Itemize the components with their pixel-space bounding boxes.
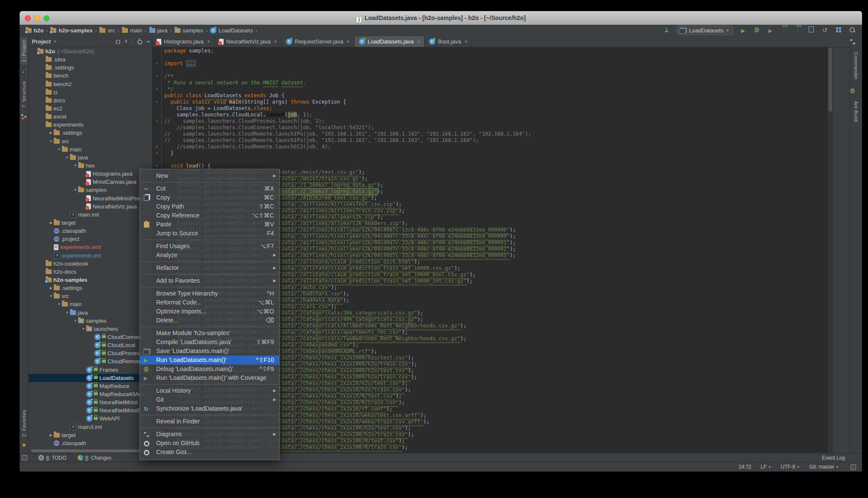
- tree-item-settings[interactable]: ▶.settings: [29, 284, 152, 292]
- menu-item-copy[interactable]: Copy⌘C: [140, 193, 279, 202]
- tree-item-java[interactable]: ▼java: [29, 153, 152, 162]
- tree-item-ec2[interactable]: ec2: [29, 104, 152, 113]
- tree-item-idea[interactable]: .idea: [29, 55, 152, 64]
- gear-icon[interactable]: [137, 39, 142, 44]
- tab-loaddatasets-java[interactable]: CLoadDatasets.java×: [355, 36, 425, 47]
- tree-item-settings[interactable]: .settings: [29, 64, 152, 72]
- menu-item-optimize-imports[interactable]: Optimize Imports...⌥⌘O: [140, 307, 279, 316]
- tree-item-settings[interactable]: ▶.settings: [29, 129, 152, 137]
- tree-item-bench2[interactable]: bench2: [29, 80, 152, 88]
- tree-item-project[interactable]: .project: [29, 235, 152, 243]
- tree-item-samples[interactable]: ▼samples: [29, 186, 152, 194]
- breadcrumb-item-samples[interactable]: samples: [175, 27, 203, 34]
- close-icon[interactable]: ×: [274, 39, 277, 45]
- tree-item-experiments-iml[interactable]: JIexperiments.iml: [29, 252, 152, 260]
- tab-neuralnetviz-java[interactable]: NeuralNetViz.java×: [215, 36, 282, 47]
- run-with-coverage-button[interactable]: ▶: [766, 26, 774, 35]
- tree-item-h2o-docs[interactable]: h2o-docs: [29, 268, 152, 276]
- tool-button-ant-build[interactable]: Ant Build: [853, 98, 859, 124]
- tree-item-bench[interactable]: bench: [29, 72, 152, 80]
- locate-icon[interactable]: [115, 39, 120, 44]
- tree-item-hex[interactable]: ▼hex: [29, 162, 152, 170]
- expanded-arrow-icon[interactable]: ▼: [73, 319, 78, 323]
- tree-item-loaddatasets[interactable]: CLoadDatasets: [29, 374, 152, 382]
- tree-item-neuralnetviz-java[interactable]: NeuralNetViz.java: [29, 203, 152, 211]
- tree-item-histograms-java[interactable]: Histograms.java: [29, 170, 152, 178]
- expanded-arrow-icon[interactable]: ▼: [81, 327, 86, 331]
- debug-button[interactable]: [753, 26, 760, 34]
- tree-item-cloudlocal[interactable]: CCloudLocal: [29, 341, 152, 349]
- tree-item-neuralnetmnistpretr[interactable]: NeuralNetMnistPretr: [29, 194, 152, 203]
- changes-tool-button[interactable]: 9: Changes: [78, 455, 111, 461]
- expanded-arrow-icon[interactable]: ▼: [64, 311, 70, 315]
- tree-item-experiments[interactable]: experiments: [29, 121, 152, 129]
- tree-item-neuralnetmnist[interactable]: CNeuralNetMnist: [29, 398, 152, 406]
- vcs-branch-selector[interactable]: Git: master▼: [809, 464, 839, 470]
- todo-tool-button[interactable]: 6: TODO: [38, 455, 67, 461]
- tree-item-h2o-cookbook[interactable]: h2o-cookbook: [29, 260, 152, 268]
- tab-requestserver-java[interactable]: CRequestServer.java×: [282, 36, 354, 47]
- collapsed-arrow-icon[interactable]: ▶: [48, 286, 54, 290]
- breadcrumb-item-java[interactable]: java: [149, 27, 168, 34]
- menu-item-browse-type-hierarchy[interactable]: Browse Type Hierarchy^H: [140, 289, 279, 298]
- breadcrumb-item-main[interactable]: main: [122, 27, 142, 34]
- menu-item-save-loaddatasets-main[interactable]: Save 'LoadDatasets.main()': [140, 347, 279, 356]
- hide-panel-icon[interactable]: ⇥: [146, 39, 149, 44]
- tree-item-classpath[interactable]: .classpath: [29, 227, 152, 235]
- menu-item-run-loaddatasets-main[interactable]: ▶Run 'LoadDatasets.main()'^⇧F10: [140, 356, 279, 365]
- collapse-all-icon[interactable]: ⇞: [124, 39, 128, 44]
- menu-item-open-on-github[interactable]: Open on GitHub: [140, 439, 279, 448]
- line-ending-selector[interactable]: LF▼: [761, 464, 772, 470]
- tree-item-webapi[interactable]: CWebAPI: [29, 414, 152, 423]
- menu-item-jump-to-source[interactable]: Jump to SourceF4: [140, 229, 279, 238]
- project-view-selector[interactable]: Project ▼: [29, 38, 57, 45]
- expanded-arrow-icon[interactable]: ▼: [56, 148, 62, 151]
- expanded-arrow-icon[interactable]: ▼: [64, 156, 70, 159]
- expanded-arrow-icon[interactable]: ▼: [48, 294, 54, 298]
- breadcrumb-item-h2o[interactable]: h2o: [26, 27, 44, 34]
- editor-vertical-scrollbar[interactable]: [827, 47, 833, 453]
- tool-button-1-project[interactable]: 1: Project: [20, 38, 27, 64]
- toolwindow-toggle-icon[interactable]: [22, 455, 27, 460]
- menu-item-local-history[interactable]: Local History▶: [140, 386, 279, 395]
- project-structure-button[interactable]: [835, 26, 842, 34]
- tab-boot-java[interactable]: CBoot.java×: [425, 36, 472, 47]
- expanded-arrow-icon[interactable]: ▼: [56, 302, 62, 306]
- menu-item-refactor[interactable]: Refactor▶: [140, 263, 279, 272]
- run-button[interactable]: ▶: [739, 26, 747, 35]
- tree-item-mapreduce[interactable]: CMapReduce: [29, 382, 152, 390]
- breadcrumb-item-h2o-samples[interactable]: h2o-samples: [50, 27, 92, 34]
- tree-item-frames[interactable]: CFrames: [29, 365, 152, 374]
- tool-button-7-structure[interactable]: 7: Structure: [20, 78, 27, 110]
- encoding-selector[interactable]: UTF-8▼: [781, 464, 800, 470]
- menu-item-run-loaddatasets-main-with-coverage[interactable]: ▶Run 'LoadDatasets.main()' with Coverage: [140, 374, 279, 382]
- memory-indicator-icon[interactable]: [851, 464, 856, 470]
- tree-item-h2o[interactable]: h2o (~/Source/h2o): [29, 47, 152, 55]
- tree-item-main[interactable]: ▼main: [29, 300, 152, 308]
- menu-item-reformat-code[interactable]: Reformat Code...⌥⌘L: [140, 298, 279, 307]
- menu-item-diagrams[interactable]: Diagrams▶: [140, 430, 279, 439]
- menu-item-add-to-favorites[interactable]: Add to Favorites▶: [140, 276, 279, 285]
- close-icon[interactable]: ×: [347, 39, 350, 45]
- expanded-arrow-icon[interactable]: ▼: [48, 139, 54, 143]
- close-icon[interactable]: ×: [464, 39, 467, 45]
- tree-item-src[interactable]: ▼src: [29, 292, 152, 300]
- tree-item-target[interactable]: ▶target: [29, 219, 152, 227]
- tree-item-neuralnetmnistd[interactable]: CNeuralNetMnistD: [29, 406, 152, 414]
- local-history-button[interactable]: [807, 26, 815, 34]
- tree-item-launchers[interactable]: ▼launchers: [29, 325, 152, 333]
- close-icon[interactable]: ×: [207, 39, 210, 45]
- vcs-commit-button[interactable]: VCS↑: [794, 26, 801, 34]
- undo-button[interactable]: ↺: [821, 26, 829, 34]
- event-log-button[interactable]: Event Log: [822, 455, 845, 461]
- close-icon[interactable]: ×: [417, 39, 420, 45]
- menu-item-debug-loaddatasets-main[interactable]: Debug 'LoadDatasets.main()'^⇧F9: [140, 365, 279, 374]
- tree-item-h2o-samples[interactable]: h2o-samples: [29, 276, 152, 284]
- tree-item-cloudconnect[interactable]: CCloudConnect: [29, 333, 152, 341]
- tree-item-main-iml[interactable]: JImain.iml: [29, 211, 152, 219]
- collapsed-arrow-icon[interactable]: ▶: [48, 433, 54, 437]
- tree-item-ci[interactable]: ci: [29, 88, 152, 96]
- collapsed-arrow-icon[interactable]: ▶: [48, 131, 54, 135]
- breadcrumb-item-loaddatasets[interactable]: CLoadDatasets: [210, 27, 253, 34]
- tree-item-classpath[interactable]: .classpath: [29, 439, 152, 447]
